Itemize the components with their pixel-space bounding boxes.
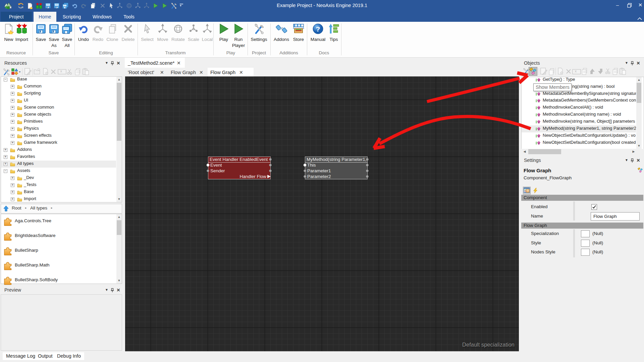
svg-text:Event: Event bbox=[210, 163, 222, 168]
svg-text:?: ? bbox=[316, 25, 320, 33]
svg-text:This: This bbox=[307, 163, 316, 168]
svg-text:x: x bbox=[60, 69, 62, 73]
svg-text:Default specialization: Default specialization bbox=[462, 342, 515, 348]
svg-text:Handler Flow: Handler Flow bbox=[239, 174, 266, 179]
svg-text:Sender: Sender bbox=[210, 168, 225, 173]
svg-text:Event Handler EnabledEvent: Event Handler EnabledEvent bbox=[210, 157, 268, 162]
svg-text:Parameter1: Parameter1 bbox=[307, 168, 331, 173]
svg-text:Parameter2: Parameter2 bbox=[307, 174, 331, 179]
svg-text:MyMethod(string Parameter1,: MyMethod(string Parameter1, bbox=[307, 157, 367, 162]
svg-text:x: x bbox=[575, 69, 577, 73]
